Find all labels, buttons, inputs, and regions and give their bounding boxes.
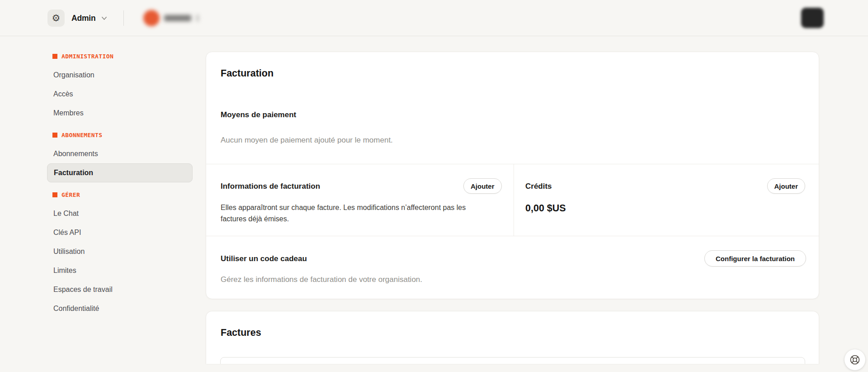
credits-add-button[interactable]: Ajouter bbox=[767, 178, 806, 194]
sidebar-item-espaces-de-travail[interactable]: Espaces de travail bbox=[47, 280, 193, 299]
sidebar-item-le-chat[interactable]: Le Chat bbox=[47, 204, 193, 223]
header-divider bbox=[123, 10, 124, 26]
billing-card: Facturation Moyens de paiement Aucun moy… bbox=[206, 52, 819, 299]
billing-info-description: Elles apparaîtront sur chaque facture. L… bbox=[221, 202, 488, 224]
sidebar-item-facturation[interactable]: Facturation bbox=[47, 163, 193, 182]
invoices-title: Factures bbox=[221, 326, 261, 339]
sidebar-item-cles-api[interactable]: Clés API bbox=[47, 223, 193, 242]
sidebar-item-utilisation[interactable]: Utilisation bbox=[47, 242, 193, 261]
billing-info-title: Informations de facturation bbox=[221, 181, 320, 192]
gift-code-description: Gérez les informations de facturation de… bbox=[221, 275, 422, 285]
invoices-table-container bbox=[220, 357, 805, 364]
invoices-card: Factures bbox=[206, 311, 819, 364]
lifebuoy-help-icon bbox=[849, 354, 860, 365]
admin-menu[interactable]: Admin bbox=[71, 0, 107, 36]
page-title: Facturation bbox=[221, 67, 274, 80]
sidebar-section-administration: ADMINISTRATION bbox=[47, 47, 193, 66]
credits-amount: 0,00 $US bbox=[525, 202, 566, 214]
section-bullet-icon bbox=[52, 133, 57, 138]
payment-methods-empty-text: Aucun moyen de paiement ajouté pour le m… bbox=[221, 135, 393, 145]
top-bar: ⚙ Admin bbox=[0, 0, 868, 36]
org-avatar bbox=[143, 10, 160, 26]
help-button[interactable] bbox=[844, 349, 865, 370]
chevron-down-icon bbox=[102, 17, 107, 20]
user-avatar[interactable] bbox=[801, 8, 824, 28]
section-label: ADMINISTRATION bbox=[61, 53, 113, 60]
sidebar-item-organisation[interactable]: Organisation bbox=[47, 66, 193, 85]
settings-sidebar: ADMINISTRATION Organisation Accès Membre… bbox=[47, 47, 193, 318]
org-selector[interactable] bbox=[143, 0, 199, 36]
section-bullet-icon bbox=[52, 192, 57, 197]
billing-info-add-button[interactable]: Ajouter bbox=[463, 178, 502, 194]
org-badge-redacted bbox=[196, 14, 199, 22]
sidebar-item-confidentialite[interactable]: Confidentialité bbox=[47, 299, 193, 318]
section-label: GÉRER bbox=[61, 191, 80, 198]
section-bullet-icon bbox=[52, 54, 57, 59]
credits-title: Crédits bbox=[525, 181, 552, 192]
sidebar-item-abonnements[interactable]: Abonnements bbox=[47, 144, 193, 163]
gear-icon: ⚙ bbox=[52, 14, 61, 23]
configure-billing-button[interactable]: Configurer la facturation bbox=[704, 250, 806, 267]
gift-code-title: Utiliser un code cadeau bbox=[221, 253, 307, 264]
column-divider bbox=[514, 164, 514, 236]
sidebar-item-limites[interactable]: Limites bbox=[47, 261, 193, 280]
divider bbox=[206, 164, 819, 164]
sidebar-item-acces[interactable]: Accès bbox=[47, 85, 193, 104]
sidebar-section-abonnements: ABONNEMENTS bbox=[47, 125, 193, 144]
admin-label: Admin bbox=[71, 14, 95, 23]
divider bbox=[206, 236, 819, 236]
sidebar-item-membres[interactable]: Membres bbox=[47, 104, 193, 123]
org-name-redacted bbox=[164, 15, 191, 21]
settings-button[interactable]: ⚙ bbox=[47, 10, 65, 27]
sidebar-section-gerer: GÉRER bbox=[47, 185, 193, 204]
payment-methods-title: Moyens de paiement bbox=[221, 110, 296, 120]
section-label: ABONNEMENTS bbox=[61, 132, 103, 138]
